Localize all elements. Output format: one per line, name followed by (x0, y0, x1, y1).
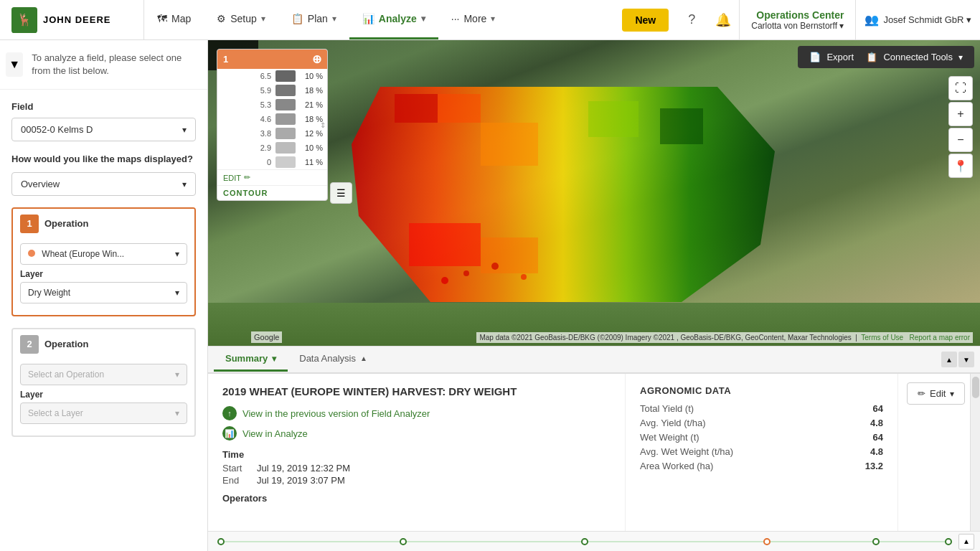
layer-2-select[interactable]: Select a Layer (20, 402, 187, 424)
field-analyzer-icon: ↑ (222, 406, 237, 420)
operation-1-inner: Wheat (Europe Win... Layer Dry Weight (13, 239, 194, 315)
help-button[interactable]: ? (676, 4, 707, 36)
field-label: Field (11, 101, 196, 112)
layer-1-chevron-icon (175, 288, 179, 298)
overview-chevron-icon (182, 179, 187, 189)
zoom-in-button[interactable]: + (948, 102, 973, 126)
nav-analyze[interactable]: 📊 Analyze (349, 0, 438, 39)
timeline-track[interactable] (221, 541, 948, 542)
filter-icon[interactable]: ▼ (6, 52, 23, 77)
timeline-dot-3[interactable] (763, 538, 771, 545)
legend-plus-icon[interactable]: ⊕ (312, 52, 321, 66)
edit-panel: ✏ Edit (898, 374, 970, 531)
view-analyze-link[interactable]: 📊 View in Analyze (222, 426, 611, 441)
operation-2-select[interactable]: Select an Operation (20, 364, 187, 385)
legend-row-6: 0 11 % (217, 155, 327, 169)
list-view-button[interactable]: ☰ (330, 182, 352, 204)
legend-resize-handle[interactable]: ⇕ (320, 121, 326, 129)
map-area[interactable]: ⚑ › 1 ⊕ 6.5 10 % 5.9 (208, 40, 980, 346)
svg-rect-8 (409, 223, 481, 266)
legend-contour[interactable]: CONTOUR (217, 185, 327, 200)
operation-1-chevron-icon (175, 249, 179, 259)
new-button[interactable]: New (622, 9, 669, 32)
legend-color-1 (275, 85, 296, 96)
tab-data-analysis[interactable]: Data Analysis ▲ (288, 347, 379, 372)
collapse-down-button[interactable]: ▼ (958, 352, 974, 367)
sidebar: ▼ To analyze a field, please select one … (0, 40, 208, 551)
scroll-thumb[interactable] (972, 377, 979, 398)
agro-row-1: Avg. Yield (t/ha) 4.8 (640, 418, 883, 428)
agro-key-0: Total Yield (t) (640, 403, 694, 414)
operators-label: Operators (222, 493, 611, 504)
svg-rect-6 (588, 101, 639, 137)
content-area: ⚑ › 1 ⊕ 6.5 10 % 5.9 (208, 40, 980, 551)
svg-point-13 (521, 274, 527, 280)
svg-text:🦌: 🦌 (17, 12, 32, 27)
john-deere-logo: 🦌 (11, 7, 37, 33)
brand-name: JOHN DEERE (43, 14, 111, 25)
agro-val-4: 13.2 (865, 461, 883, 471)
connected-tools-icon: 📋 (866, 52, 877, 62)
main-layout: ▼ To analyze a field, please select one … (0, 40, 980, 551)
setup-nav-icon: ⚙ (217, 13, 226, 24)
setup-chevron-icon (261, 14, 265, 24)
plan-chevron-icon (332, 14, 336, 24)
operation-2-inner: Select an Operation Layer Select a Layer (13, 359, 194, 435)
legend-panel: 1 ⊕ 6.5 10 % 5.9 18 % 5.3 (217, 49, 328, 201)
terms-of-use-link[interactable]: Terms of Use (861, 334, 903, 342)
legend-edit-btn[interactable]: EDIT ✏ (217, 169, 327, 185)
nav-more[interactable]: ··· More (438, 0, 509, 39)
time-end-row: End Jul 19, 2019 3:07 PM (222, 475, 611, 486)
connected-tools-button[interactable]: 📋 Connected Tools (854, 46, 974, 68)
timeline: ▲ (208, 531, 980, 551)
tab-summary[interactable]: Summary (214, 347, 288, 372)
fullscreen-button[interactable]: ⛶ (948, 76, 973, 100)
collapse-up-button[interactable]: ▲ (941, 352, 957, 367)
agro-val-2: 64 (873, 432, 883, 443)
agro-row-3: Avg. Wet Weight (t/ha) 4.8 (640, 446, 883, 457)
agro-val-1: 4.8 (870, 418, 883, 428)
user-icon-area[interactable]: 👥 Josef Schmidt GbR ▾ (855, 0, 980, 39)
nav-plan[interactable]: 📋 Plan (278, 0, 349, 39)
maps-display-question: How would you like the maps displayed? (11, 153, 196, 166)
timeline-dot-5[interactable] (945, 538, 952, 545)
edit-button[interactable]: ✏ Edit (907, 382, 965, 405)
operation-2-chevron-icon (175, 369, 179, 380)
edit-pencil-icon: ✏ (244, 173, 250, 182)
svg-point-12 (491, 263, 499, 270)
location-button[interactable]: 📍 (948, 154, 973, 178)
nav-map[interactable]: 🗺 Map (144, 0, 204, 39)
overview-select[interactable]: Overview (11, 172, 196, 196)
analyze-nav-icon: 📊 (362, 13, 374, 24)
view-previous-link[interactable]: ↑ View in the previous version of Field … (222, 406, 611, 420)
right-scrollbar[interactable] (970, 374, 980, 531)
svg-rect-4 (438, 94, 481, 123)
ops-center-label: Operations Center Carlotta von Bernstorf… (751, 9, 844, 31)
timeline-dot-0[interactable] (217, 538, 225, 545)
zoom-out-button[interactable]: − (948, 128, 973, 152)
agro-row-0: Total Yield (t) 64 (640, 403, 883, 414)
field-select[interactable]: 00052-0 Kelms D (11, 118, 196, 141)
legend-row-4: 3.8 12 % (217, 126, 327, 141)
header-right: New ? 🔔 Operations Center Carlotta von B… (622, 0, 980, 39)
report-error-link[interactable]: Report a map error (910, 334, 970, 342)
start-label: Start (222, 463, 248, 474)
svg-rect-7 (660, 108, 703, 144)
operation-block-2: 2 Operation Select an Operation Layer Se… (11, 328, 196, 437)
collapse-buttons: ▲ ▼ (941, 352, 974, 367)
legend-row-0: 6.5 10 % (217, 69, 327, 83)
notification-button[interactable]: 🔔 (707, 4, 739, 36)
user-area[interactable]: Operations Center Carlotta von Bernstorf… (739, 0, 855, 39)
nav-setup[interactable]: ⚙ Setup (204, 0, 278, 39)
user-avatar-icon: 👥 (864, 13, 879, 27)
data-analysis-up-chevron-icon: ▲ (360, 354, 367, 362)
layer-1-select[interactable]: Dry Weight (20, 282, 187, 303)
timeline-dot-2[interactable] (581, 538, 588, 545)
operation-block-1: 1 Operation Wheat (Europe Win... Layer D… (11, 207, 196, 316)
timeline-dot-4[interactable] (872, 538, 880, 545)
operation-1-select[interactable]: Wheat (Europe Win... (20, 243, 187, 265)
agronomic-title: AGRONOMIC DATA (640, 385, 883, 396)
timeline-scroll-up-button[interactable]: ▲ (958, 534, 974, 550)
analyze-link-icon: 📊 (222, 426, 237, 441)
timeline-dot-1[interactable] (400, 538, 407, 545)
